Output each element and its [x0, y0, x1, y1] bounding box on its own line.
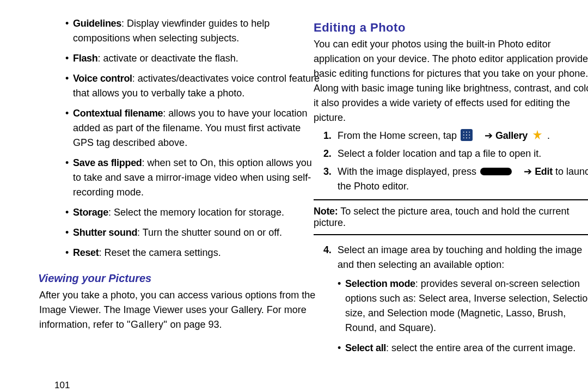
bullet-term: Reset [73, 247, 99, 258]
step-2-text: Select a folder location and tap a file … [338, 148, 541, 159]
edit-label: Edit [535, 166, 553, 177]
step-1-end: . [544, 130, 550, 141]
bullet-contextual-filename: Contextual filename: allows you to have … [65, 106, 321, 150]
bullet-voice-control: Voice control: activates/deactivates voi… [65, 71, 321, 101]
page-number: 101 [54, 380, 70, 391]
bullet-desc: : Select the memory location for storage… [108, 207, 284, 218]
note-text: To select the picture area, touch and ho… [314, 206, 569, 228]
apps-icon [461, 129, 473, 141]
bullet-term: Voice control [73, 73, 132, 84]
gallery-label: Gallery [495, 130, 528, 141]
sub-bullet-selection-mode: Selection mode: provides several on-scre… [338, 277, 588, 335]
note-block: Note: To select the picture area, touch … [314, 199, 588, 235]
bullet-term: Shutter sound [73, 227, 137, 238]
editing-steps-cont: Select an image area by touching and hol… [323, 243, 588, 356]
sub-heading-viewing: Viewing your Pictures [38, 272, 321, 285]
heading-editing: Editing a Photo [314, 21, 588, 35]
step-4: Select an image area by touching and hol… [323, 243, 588, 356]
bullet-term: Select all [345, 342, 386, 353]
note-label: Note: [314, 206, 338, 217]
bullet-desc: : select the entire area of the current … [386, 342, 575, 353]
step-3-text-a: With the image displayed, press [338, 166, 479, 177]
menu-key-icon [480, 168, 512, 175]
step-4-text: Select an image area by touching and hol… [338, 244, 582, 270]
gallery-icon [531, 129, 543, 141]
bullet-guidelines: Guidelines: Display viewfinder guides to… [65, 16, 321, 46]
settings-bullet-list: Guidelines: Display viewfinder guides to… [65, 16, 321, 260]
step-1-text-a: From the Home screen, tap [338, 130, 460, 141]
bullet-desc: : Reset the camera settings. [99, 247, 221, 258]
editing-steps: From the Home screen, tap ➔ Gallery . Se… [323, 128, 588, 194]
viewing-paragraph: After you take a photo, you can access v… [39, 288, 321, 332]
bullet-flash: Flash: activate or deactivate the flash. [65, 51, 321, 66]
bullet-save-as-flipped: Save as flipped: when set to On, this op… [65, 156, 321, 200]
bullet-term: Flash [73, 53, 98, 64]
left-column: Guidelines: Display viewfinder guides to… [54, 16, 321, 335]
step-4-sublist: Selection mode: provides several on-scre… [338, 277, 588, 356]
bullet-term: Guidelines [73, 18, 121, 29]
bullet-reset: Reset: Reset the camera settings. [65, 246, 321, 260]
bullet-desc: : activate or deactivate the flash. [98, 53, 238, 64]
bullet-term: Storage [73, 207, 108, 218]
bullet-desc: : Turn the shutter sound on or off. [137, 227, 282, 238]
manual-page: Guidelines: Display viewfinder guides to… [0, 0, 588, 392]
bullet-shutter-sound: Shutter sound: Turn the shutter sound on… [65, 225, 321, 240]
editing-intro: You can edit your photos using the built… [314, 37, 588, 125]
bullet-term: Save as flipped [73, 157, 142, 168]
bullet-storage: Storage: Select the memory location for … [65, 205, 321, 220]
gallery-cross-ref: "Gallery" [127, 319, 167, 330]
right-column: Editing a Photo You can edit your photos… [314, 16, 588, 361]
bullet-term: Contextual filename [73, 108, 163, 119]
sub-bullet-select-all: Select all: select the entire area of th… [338, 341, 588, 356]
viewing-text-b: on page 93. [170, 319, 222, 330]
bullet-term: Selection mode [345, 278, 415, 289]
step-1: From the Home screen, tap ➔ Gallery . [323, 128, 588, 143]
step-2: Select a folder location and tap a file … [323, 146, 588, 161]
step-3: With the image displayed, press ➔ Edit t… [323, 164, 588, 194]
